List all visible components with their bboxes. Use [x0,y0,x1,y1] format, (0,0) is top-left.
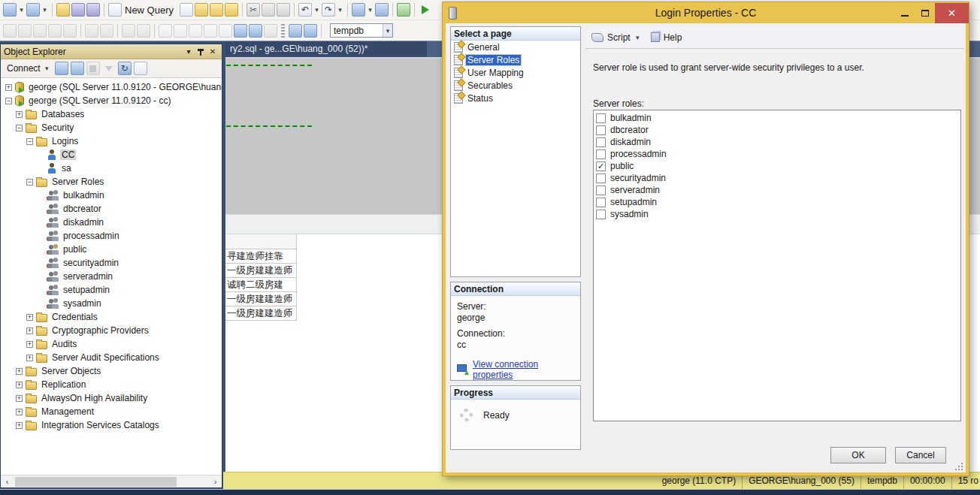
query-options-icon[interactable] [304,24,317,38]
script-button[interactable]: Script [607,32,631,43]
tree-item-login-sa[interactable]: sa [1,161,222,175]
cut-icon[interactable]: ✂ [247,3,260,17]
bubble-out-icon[interactable] [249,24,262,38]
toolbar-overflow-grip[interactable] [281,24,285,38]
checkbox[interactable] [596,149,606,159]
scroll-right-icon[interactable]: › [209,475,222,487]
role-item-sysadmin[interactable]: sysadmin [596,208,960,220]
tree-item-role[interactable]: securityadmin [1,256,222,270]
results-to-text-icon[interactable] [3,24,17,38]
properties-window-icon[interactable] [352,3,365,17]
expander-icon[interactable]: + [16,409,23,415]
server-roles-listbox[interactable]: bulkadmin dbcreator diskadmin processadm… [593,110,961,421]
role-item-setupadmin[interactable]: setupadmin [596,196,960,208]
expander-icon[interactable]: + [16,382,23,388]
role-item-processadmin[interactable]: processadmin [596,148,960,160]
cancel-button[interactable]: Cancel [895,447,946,463]
tree-item-server-2[interactable]: −george (SQL Server 11.0.9120 - cc) [1,94,222,107]
refresh-icon[interactable]: ↻ [118,62,132,75]
balloon-icon[interactable] [189,24,202,38]
execute-play-icon[interactable] [422,5,434,14]
page-item-securables[interactable]: Securables [451,79,580,92]
bubble-in-icon[interactable] [234,24,247,38]
page-item-server-roles[interactable]: Server Roles [451,53,580,66]
checkbox[interactable] [596,113,606,123]
tree-item-audits[interactable]: +Audits [1,337,222,351]
expander-icon[interactable]: + [16,111,23,118]
window-tabs-icon[interactable] [26,3,40,17]
window-menu-icon[interactable]: ▾ [183,47,195,57]
help-button[interactable]: Help [664,32,682,43]
role-item-dbcreator[interactable]: dbcreator [596,124,960,136]
error-log-icon[interactable] [134,62,147,75]
role-item-public[interactable]: ✓public [596,160,960,172]
tree-item-role[interactable]: diskadmin [1,216,222,229]
tree-item-alwayson[interactable]: +AlwaysOn High Availability [1,391,222,405]
results-to-grid-icon[interactable] [18,24,32,38]
role-item-serveradmin[interactable]: serveradmin [596,184,960,196]
save-all-icon[interactable] [86,3,100,17]
role-item-diskadmin[interactable]: diskadmin [596,136,960,148]
tree-item-replication[interactable]: +Replication [1,378,222,391]
resize-grip[interactable] [954,462,963,471]
indent-icon[interactable] [85,24,98,38]
tree-item-role[interactable]: serveradmin [1,270,222,283]
checkbox[interactable] [596,198,606,207]
undo-icon[interactable]: ↶ [298,3,312,17]
role-item-bulkadmin[interactable]: bulkadmin [596,112,960,124]
new-window-icon[interactable] [3,3,17,17]
tree-item-role[interactable]: setupadmin [1,283,222,297]
checkbox-checked[interactable]: ✓ [596,161,606,171]
tree-item-server-audit-specifications[interactable]: +Server Audit Specifications [1,351,222,364]
query-document-tab[interactable]: ry2.sql - ge...GE\huang_000 (52))* [225,41,427,57]
expander-icon[interactable]: + [26,341,33,348]
expander-icon[interactable]: + [5,84,12,91]
balloon-icon[interactable] [219,24,232,38]
outdent-icon[interactable] [100,24,113,38]
tree-item-management[interactable]: +Management [1,405,222,418]
tree-item-login-cc[interactable]: CC [1,148,222,161]
page-item-general[interactable]: General [451,41,580,53]
checkbox[interactable] [596,210,606,219]
chevron-down-icon[interactable]: ▾ [41,6,48,14]
activity-monitor-icon[interactable] [375,3,389,17]
object-explorer-titlebar[interactable]: Object Explorer ▾ ✕ [1,44,222,59]
chevron-down-icon[interactable]: ▾ [313,6,320,14]
new-query-icon[interactable] [108,3,122,17]
grid-cell[interactable]: 一级房建建造师 [225,264,297,278]
page-item-status[interactable]: Status [451,92,580,104]
grid-cell[interactable]: 一级房建建造师 [225,292,297,306]
ok-button[interactable]: OK [830,447,886,463]
tree-item-role[interactable]: bulkadmin [1,189,222,202]
change-connection-icon[interactable] [289,24,302,38]
chevron-down-icon[interactable]: ▾ [367,6,374,14]
open-file-icon[interactable] [56,3,70,17]
minimize-button[interactable] [894,3,915,23]
disconnect-server-icon[interactable] [71,62,84,75]
copy-icon[interactable] [262,3,275,17]
new-query-button[interactable]: New Query [125,5,174,16]
grid-cell[interactable]: 一级房建建造师 [225,306,297,321]
tree-item-databases[interactable]: +Databases [1,107,222,121]
checkbox[interactable] [596,174,606,183]
expander-icon[interactable]: + [16,395,23,402]
expander-icon[interactable]: − [26,179,33,186]
combo-dropdown-button[interactable]: ▾ [383,24,392,37]
view-connection-properties[interactable]: View connection properties [457,359,580,380]
tree-item-logins[interactable]: −Logins [1,134,222,148]
expander-icon[interactable]: + [16,368,23,375]
expander-icon[interactable]: + [26,355,33,361]
database-engine-query-icon[interactable] [180,3,193,17]
xmla-query-icon[interactable] [225,3,238,17]
scrollbar-thumb[interactable] [15,477,177,487]
page-item-user-mapping[interactable]: User Mapping [451,66,580,79]
grid-cell[interactable]: 诚聘二级房建 [225,278,297,292]
tree-item-role[interactable]: dbcreator [1,202,222,216]
checkbox[interactable] [596,125,606,135]
expander-icon[interactable]: + [16,422,23,429]
connect-server-icon[interactable] [55,62,68,75]
outline-icon[interactable] [63,24,77,38]
uncomment-icon[interactable] [137,24,150,38]
tree-item-server-1[interactable]: +george (SQL Server 11.0.9120 - GEORGE\h… [1,80,222,94]
close-button[interactable]: ✕ [935,3,969,23]
